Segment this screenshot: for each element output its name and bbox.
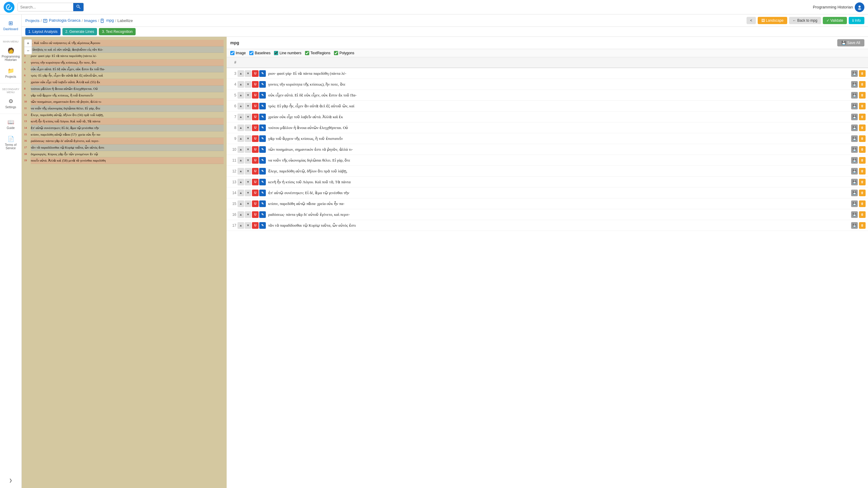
- line-unverify-btn[interactable]: U: [252, 70, 258, 77]
- line-edit-btn[interactable]: ✎: [259, 135, 266, 142]
- line-unverify-btn[interactable]: U: [252, 92, 258, 98]
- line-delete-btn[interactable]: 🗑: [859, 124, 866, 131]
- line-edit-btn[interactable]: ✎: [259, 222, 266, 229]
- zoom-in-btn[interactable]: +: [24, 39, 32, 47]
- line-delete-btn[interactable]: 🗑: [859, 70, 866, 77]
- line-delete-btn[interactable]: 🗑: [859, 146, 866, 153]
- line-down-btn[interactable]: ▼: [245, 146, 251, 153]
- line-edit-btn[interactable]: ✎: [259, 179, 266, 185]
- line-up-btn[interactable]: ▲: [238, 70, 244, 77]
- sidebar-item-dashboard[interactable]: ⊞ Dashboard: [0, 18, 22, 33]
- line-edit-btn[interactable]: ✎: [259, 70, 266, 77]
- breadcrumb-images[interactable]: Images: [84, 19, 97, 23]
- line-delete-btn[interactable]: 🗑: [859, 211, 866, 218]
- sidebar-item-projects[interactable]: 📁 Projects: [0, 65, 22, 81]
- line-delete-btn[interactable]: 🗑: [859, 135, 866, 142]
- line-up-btn[interactable]: ▲: [238, 222, 244, 229]
- save-all-btn[interactable]: 💾 Save All: [837, 39, 864, 47]
- line-unverify-btn[interactable]: U: [252, 201, 258, 207]
- line-edit-btn[interactable]: ✎: [259, 114, 266, 120]
- line-edit-btn[interactable]: ✎: [259, 146, 266, 153]
- line-up-btn[interactable]: ▲: [238, 146, 244, 153]
- line-unverify-btn[interactable]: U: [252, 103, 258, 110]
- line-unverify-btn[interactable]: U: [252, 146, 258, 153]
- line-down-btn[interactable]: ▼: [245, 135, 251, 142]
- line-edit-btn[interactable]: ✎: [259, 124, 266, 131]
- line-delete-btn[interactable]: 🗑: [859, 222, 866, 229]
- line-save-btn[interactable]: 💾: [851, 190, 858, 196]
- manuscript-image[interactable]: 11. Καὶ τοῦτο οὐ νοήσαντες οἱ τῆς αἱρέσε…: [22, 37, 227, 488]
- line-delete-btn[interactable]: 🗑: [859, 92, 866, 98]
- line-edit-btn[interactable]: ✎: [259, 211, 266, 218]
- line-up-btn[interactable]: ▲: [238, 103, 244, 110]
- line-edit-btn[interactable]: ✎: [259, 168, 266, 175]
- line-up-btn[interactable]: ▲: [238, 190, 244, 196]
- sidebar-item-settings[interactable]: ⚙ Settings: [0, 96, 22, 111]
- sidebar-collapse-btn[interactable]: ❯: [7, 476, 15, 485]
- validate-btn[interactable]: ✓ Validate: [823, 17, 847, 24]
- filter-linenumbers-checkbox[interactable]: [274, 51, 278, 55]
- line-delete-btn[interactable]: 🗑: [859, 103, 866, 110]
- line-unverify-btn[interactable]: U: [252, 179, 258, 185]
- search-button[interactable]: [73, 3, 84, 11]
- line-save-btn[interactable]: 💾: [851, 168, 858, 175]
- line-unverify-btn[interactable]: U: [252, 222, 258, 229]
- line-save-btn[interactable]: 💾: [851, 70, 858, 77]
- line-save-btn[interactable]: 💾: [851, 114, 858, 120]
- info-btn[interactable]: ℹ Info: [849, 17, 864, 24]
- step1-btn[interactable]: 1. Layout Analysis: [25, 28, 61, 35]
- zoom-out-btn[interactable]: −: [24, 47, 32, 54]
- search-input[interactable]: [18, 3, 73, 11]
- line-delete-btn[interactable]: 🗑: [859, 114, 866, 120]
- line-edit-btn[interactable]: ✎: [259, 92, 266, 98]
- line-delete-btn[interactable]: 🗑: [859, 201, 866, 207]
- line-up-btn[interactable]: ▲: [238, 92, 244, 98]
- line-unverify-btn[interactable]: U: [252, 124, 258, 131]
- line-down-btn[interactable]: ▼: [245, 103, 251, 110]
- back-chevron-btn[interactable]: <: [747, 17, 756, 24]
- line-down-btn[interactable]: ▼: [245, 211, 251, 218]
- line-unverify-btn[interactable]: U: [252, 114, 258, 120]
- line-up-btn[interactable]: ▲: [238, 201, 244, 207]
- back-mpg-btn[interactable]: ← Back to mpg: [789, 17, 821, 24]
- line-edit-btn[interactable]: ✎: [259, 201, 266, 207]
- line-unverify-btn[interactable]: U: [252, 81, 258, 88]
- app-logo[interactable]: [4, 2, 14, 13]
- line-up-btn[interactable]: ▲: [238, 168, 244, 175]
- line-down-btn[interactable]: ▼: [245, 81, 251, 88]
- line-unverify-btn[interactable]: U: [252, 135, 258, 142]
- line-save-btn[interactable]: 💾: [851, 146, 858, 153]
- filter-image-checkbox[interactable]: [230, 51, 235, 55]
- line-down-btn[interactable]: ▼: [245, 190, 251, 196]
- line-unverify-btn[interactable]: U: [252, 168, 258, 175]
- line-delete-btn[interactable]: 🗑: [859, 81, 866, 88]
- line-edit-btn[interactable]: ✎: [259, 157, 266, 164]
- sidebar-item-guide[interactable]: 📖 Guide: [0, 116, 22, 132]
- line-save-btn[interactable]: 💾: [851, 135, 858, 142]
- avatar[interactable]: [855, 2, 864, 12]
- filter-textregions-checkbox[interactable]: [305, 51, 309, 55]
- line-edit-btn[interactable]: ✎: [259, 103, 266, 110]
- line-save-btn[interactable]: 💾: [851, 222, 858, 229]
- line-up-btn[interactable]: ▲: [238, 135, 244, 142]
- line-save-btn[interactable]: 💾: [851, 201, 858, 207]
- line-down-btn[interactable]: ▼: [245, 157, 251, 164]
- line-up-btn[interactable]: ▲: [238, 211, 244, 218]
- step2-btn[interactable]: 2. Generate Lines: [62, 28, 97, 35]
- line-save-btn[interactable]: 💾: [851, 103, 858, 110]
- breadcrumb-patrologia[interactable]: Patrologia Graeca: [43, 18, 81, 23]
- filter-baselines-checkbox[interactable]: [249, 51, 253, 55]
- line-down-btn[interactable]: ▼: [245, 114, 251, 120]
- line-up-btn[interactable]: ▲: [238, 179, 244, 185]
- breadcrumb-mpg[interactable]: mpg: [100, 18, 114, 23]
- line-up-btn[interactable]: ▲: [238, 81, 244, 88]
- breadcrumb-projects[interactable]: Projects: [25, 19, 39, 23]
- line-down-btn[interactable]: ▼: [245, 201, 251, 207]
- line-delete-btn[interactable]: 🗑: [859, 190, 866, 196]
- line-unverify-btn[interactable]: U: [252, 190, 258, 196]
- line-up-btn[interactable]: ▲: [238, 124, 244, 131]
- sidebar-item-terms[interactable]: 📄 Terms of Service: [0, 133, 22, 152]
- line-save-btn[interactable]: 💾: [851, 124, 858, 131]
- line-delete-btn[interactable]: 🗑: [859, 157, 866, 164]
- step3-btn[interactable]: 3. Text Recognition: [99, 28, 135, 35]
